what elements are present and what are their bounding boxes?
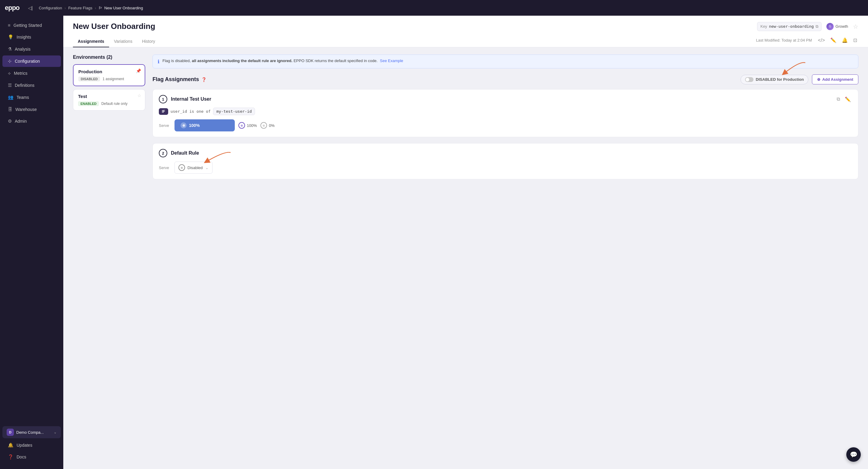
top-nav: eppo ◁| Configuration › Feature Flags › … (0, 0, 868, 16)
serve-item-gray: ⊗ 0% (260, 122, 275, 129)
default-serve-select[interactable]: ⊗ Disabled ⌄ (175, 162, 213, 174)
serve-disabled-icon: ⊗ (179, 164, 185, 171)
see-example-link[interactable]: See Example (380, 59, 403, 63)
insights-icon: 💡 (8, 34, 13, 40)
sidebar-item-analysis[interactable]: ⚗ Analysis (2, 43, 61, 55)
sidebar-item-docs[interactable]: ❓ Docs (2, 451, 61, 463)
environments-panel: Environments (2) 📌 Production DISABLED 1… (73, 55, 145, 185)
docs-icon: ❓ (8, 454, 13, 460)
default-rule-title: Default Rule (171, 150, 199, 156)
sidebar-item-teams[interactable]: 👥 Teams (2, 92, 61, 103)
serve-bar-1[interactable]: ⊗ 100% (175, 119, 235, 131)
pin-icon: 📌 (136, 68, 141, 73)
star-icon-test[interactable]: ☆ (137, 93, 141, 98)
flag-assignments-header: Flag Assignments ❓ (153, 74, 858, 84)
breadcrumb-configuration[interactable]: Configuration (39, 6, 62, 10)
sidebar-item-getting-started[interactable]: ≡ Getting Started (2, 20, 61, 31)
sidebar-item-insights[interactable]: 💡 Insights (2, 31, 61, 43)
key-label: Key (761, 24, 767, 29)
flag-area: ℹ Flag is disabled, all assignments incl… (153, 55, 858, 185)
team-icon: G (827, 23, 834, 30)
breadcrumb-feature-flags[interactable]: Feature Flags (68, 6, 92, 10)
app-body: ≡ Getting Started 💡 Insights ⚗ Analysis … (0, 16, 868, 469)
tab-assignments[interactable]: Assignments (73, 36, 109, 47)
panel-button[interactable]: ⊡ (852, 36, 858, 44)
info-icon: ℹ (158, 59, 159, 64)
default-serve-row: Serve (159, 162, 852, 174)
condition-field: user_id (170, 109, 187, 114)
getting-started-icon: ≡ (8, 23, 10, 28)
analysis-icon: ⚗ (8, 46, 12, 52)
notification-button[interactable]: 🔔 (841, 36, 849, 44)
serve-item-purple: ⊗ 100% (239, 122, 257, 129)
env-card-production[interactable]: 📌 Production DISABLED 1 assignment (73, 64, 145, 86)
disabled-toggle-button[interactable]: DISABLED for Production (741, 75, 809, 84)
rule-number-1: 1 (159, 95, 167, 103)
team-badge[interactable]: G Growth (827, 23, 848, 30)
chat-bubble-button[interactable]: 💬 (846, 447, 861, 462)
env-card-test[interactable]: ☆ Test ENABLED Default rule only (73, 89, 145, 111)
key-value: new-user-onboarding (769, 24, 814, 29)
info-banner: ℹ Flag is disabled, all assignments incl… (153, 55, 858, 68)
env-assign-count-production: 1 assignment (102, 77, 124, 81)
chat-icon: 💬 (850, 451, 858, 458)
page-title: New User Onboarding (73, 22, 155, 31)
edit-button[interactable]: ✏️ (829, 36, 838, 44)
rule-number-2: 2 (159, 149, 167, 157)
sidebar-item-updates[interactable]: 🔔 Updates (2, 439, 61, 451)
serve-variation-icon-2: ⊗ (260, 122, 267, 129)
serve-row-1: Serve ⊗ 100% ⊗ 100% ⊗ 0% (159, 119, 852, 131)
env-assign-count-test: Default rule only (101, 101, 127, 106)
sidebar: ≡ Getting Started 💡 Insights ⚗ Analysis … (0, 16, 63, 469)
admin-icon: ⚙ (8, 119, 12, 124)
sidebar-item-admin[interactable]: ⚙ Admin (2, 116, 61, 127)
edit-rule-button[interactable]: ✏️ (844, 95, 852, 103)
sidebar-item-warehouse[interactable]: 🗄 Warehouse (2, 104, 61, 115)
condition-value: my-test-user-id (213, 107, 255, 115)
content-area: Environments (2) 📌 Production DISABLED 1… (63, 47, 868, 193)
main-content: New User Onboarding Key new-user-onboard… (63, 16, 868, 469)
app-logo: eppo (5, 4, 20, 12)
add-assignment-button[interactable]: ⊕ Add Assignment (812, 74, 858, 84)
env-card-name-production: Production (79, 69, 140, 74)
sidebar-item-metrics[interactable]: ⟡ Metrics (2, 67, 61, 79)
page-tabs: Assignments Variations History Last Modi… (73, 36, 858, 47)
copy-icon[interactable]: ⧉ (815, 24, 818, 29)
help-icon[interactable]: ❓ (201, 77, 207, 82)
sidebar-bottom: D Demo Compa... ⌄ 🔔 Updates ❓ Docs (0, 425, 63, 465)
configuration-icon: ⊹ (8, 59, 12, 64)
if-condition-row: IF user_id is one of my-test-user-id (159, 107, 852, 115)
toggle-off-icon (745, 77, 753, 82)
env-card-name-test: Test (78, 94, 140, 99)
sidebar-item-definitions[interactable]: ☰ Definitions (2, 80, 61, 91)
teams-icon: 👥 (8, 95, 13, 100)
company-avatar: D (7, 429, 14, 436)
env-status-disabled: DISABLED (79, 76, 100, 82)
key-badge: Key new-user-onboarding ⧉ (757, 22, 822, 31)
code-view-button[interactable]: </> (817, 36, 826, 44)
company-button[interactable]: D Demo Compa... ⌄ (2, 426, 61, 438)
tab-history[interactable]: History (137, 36, 160, 47)
serve-variation-icon-1: ⊗ (239, 122, 245, 129)
page-header: New User Onboarding Key new-user-onboard… (63, 16, 868, 47)
tab-variations[interactable]: Variations (109, 36, 137, 47)
serve-bar-icon: ⊗ (181, 122, 187, 128)
sidebar-item-configuration[interactable]: ⊹ Configuration (2, 56, 61, 67)
breadcrumb: Configuration › Feature Flags › 🏳 New Us… (39, 6, 143, 10)
metrics-icon: ⟡ (8, 70, 11, 76)
serve-label-1: Serve (159, 123, 171, 128)
collapse-sidebar-button[interactable]: ◁| (26, 4, 35, 12)
env-status-enabled: ENABLED (78, 101, 99, 106)
default-rule: 2 Default Rule Serve (153, 143, 858, 179)
if-badge: IF (159, 108, 168, 115)
favorite-button[interactable]: ☆ (853, 23, 858, 30)
plus-icon: ⊕ (817, 77, 820, 82)
chevron-down-icon: ⌄ (205, 165, 209, 170)
breadcrumb-current: 🏳 New User Onboarding (98, 6, 143, 10)
last-modified-text: Last Modified: Today at 2:04 PM (756, 38, 812, 42)
condition-operator: is one of (189, 109, 210, 114)
flag-assignments-title-text: Flag Assignments (153, 76, 199, 83)
environments-title: Environments (2) (73, 55, 145, 60)
copy-rule-button[interactable]: ⧉ (835, 95, 841, 103)
definitions-icon: ☰ (8, 83, 12, 88)
